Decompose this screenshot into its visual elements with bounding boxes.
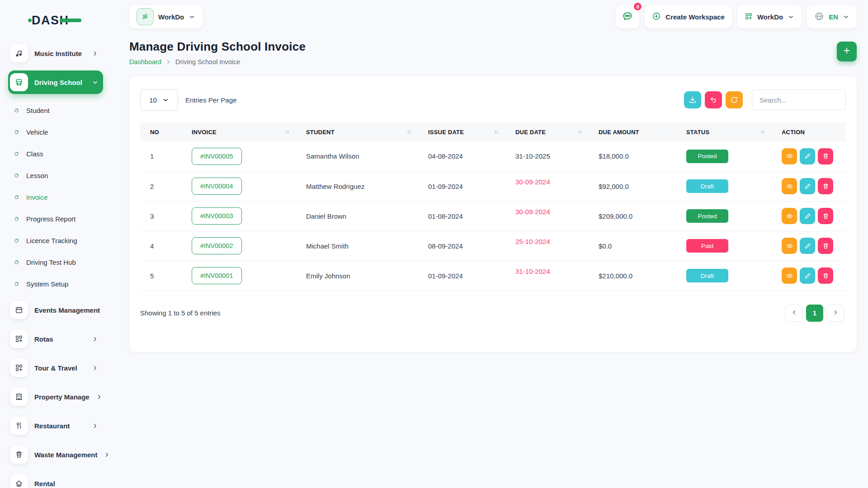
cell-due-amount: $209,000.0: [587, 201, 675, 231]
sidebar-item-driving-school[interactable]: Driving School: [8, 70, 103, 94]
column-header-issue-date[interactable]: ISSUE DATE: [416, 122, 504, 141]
sort-icon: [760, 129, 766, 136]
sidebar-subitem-class[interactable]: Class: [14, 143, 103, 164]
entries-per-page-select[interactable]: 10: [140, 89, 178, 111]
building-icon: [10, 388, 28, 406]
home-icon: [10, 474, 28, 488]
table-toolbar: [684, 89, 846, 110]
sidebar-subitem-progress-report[interactable]: Progress Report: [14, 208, 103, 230]
status-badge: Draft: [686, 269, 728, 282]
create-workspace-button[interactable]: Create Workspace: [645, 5, 732, 28]
sidebar-subitem-invoice[interactable]: Invoice: [14, 186, 103, 208]
sort-icon: [493, 129, 500, 136]
trash-action-button[interactable]: [818, 208, 833, 224]
workspace-selector[interactable]: WorkDo: [129, 5, 203, 28]
chevron-right-icon: [832, 309, 839, 317]
sidebar-item-rental[interactable]: Rental: [8, 472, 103, 488]
workdo-menu-button[interactable]: WorkDo: [737, 5, 802, 28]
refresh-button[interactable]: [726, 91, 743, 108]
status-badge: Paid: [686, 239, 728, 253]
invoice-number-button[interactable]: #INV00004: [192, 178, 242, 195]
chev-r-icon: [92, 365, 99, 371]
cell-student: Samantha Wilson: [294, 141, 416, 171]
cell-due-date: 31-10-2024: [515, 267, 550, 275]
invoice-number-button[interactable]: #INV00002: [192, 237, 242, 254]
pagination-page-1-button[interactable]: 1: [806, 305, 823, 322]
column-header-action: ACTION: [770, 122, 846, 141]
download-button[interactable]: [684, 91, 701, 108]
chevron-right-icon: [92, 365, 99, 371]
sort-icon[interactable]: [760, 129, 766, 136]
sidebar-item-events-management[interactable]: Events Management: [8, 298, 103, 322]
refresh-icon: [730, 96, 738, 104]
pagination: 1: [785, 305, 844, 322]
sidebar-item-tour-travel[interactable]: Tour & Travel: [8, 356, 103, 380]
trash-action-button[interactable]: [818, 178, 833, 194]
invoice-number-button[interactable]: #INV00003: [192, 207, 242, 225]
column-header-invoice[interactable]: INVOICE: [180, 122, 294, 141]
language-selector[interactable]: EN: [807, 5, 857, 28]
sidebar-subitem-system-setup[interactable]: System Setup: [14, 273, 103, 295]
sidebar-subitem-lesson[interactable]: Lesson: [14, 164, 103, 186]
add-invoice-button[interactable]: [837, 42, 857, 61]
column-header-student[interactable]: STUDENT: [294, 122, 416, 141]
sort-icon[interactable]: [493, 129, 500, 136]
chevron-down-icon: [788, 14, 794, 20]
grid-plus-icon: [10, 330, 28, 348]
sidebar-item-rotas[interactable]: Rotas: [8, 327, 103, 351]
pencil-action-button[interactable]: [800, 148, 815, 164]
row-actions: [782, 267, 842, 284]
search-input[interactable]: [752, 89, 846, 110]
eye-icon: [786, 272, 793, 279]
entries-control: 10 Entries Per Page: [140, 89, 236, 111]
topbar: WorkDo 0 Create Workspace WorkDo: [129, 0, 857, 33]
sidebar-subitem-driving-test-hub[interactable]: Driving Test Hub: [14, 251, 103, 273]
sidebar-subitem-vehicle[interactable]: Vehicle: [14, 121, 103, 143]
sort-icon[interactable]: [576, 129, 583, 136]
eye-action-button[interactable]: [782, 238, 797, 254]
undo-button[interactable]: [705, 91, 722, 108]
invoice-number-button[interactable]: #INV00001: [192, 267, 242, 284]
messages-button[interactable]: 0: [616, 5, 639, 28]
column-header-status[interactable]: STATUS: [675, 122, 770, 141]
eye-action-button[interactable]: [782, 208, 797, 224]
pencil-action-button[interactable]: [800, 238, 815, 254]
bullet-icon: [14, 259, 19, 265]
page-head: Manage Driving School Invoice Dashboard …: [129, 40, 857, 66]
trash-action-button[interactable]: [818, 267, 833, 284]
pencil-action-button[interactable]: [800, 178, 815, 194]
sidebar-item-restaurant[interactable]: Restaurant: [8, 414, 103, 437]
column-header-due-date[interactable]: DUE DATE: [504, 122, 587, 141]
chev-r-icon: [92, 422, 99, 429]
trash-action-button[interactable]: [818, 238, 833, 254]
eye-action-button[interactable]: [782, 148, 797, 164]
app-root: DASH Music Institute Driving School Stud…: [0, 0, 868, 488]
row-actions: [782, 178, 842, 194]
sidebar-subitem-licence-tracking[interactable]: Licence Tracking: [14, 230, 103, 251]
pagination-prev-button[interactable]: [785, 305, 802, 322]
chev-r-icon: [92, 336, 99, 343]
brand-logo[interactable]: DASH: [8, 7, 103, 33]
chev-d-icon: [92, 79, 99, 86]
table-row: 4 #INV00002 Michael Smith 08-09-2024 25-…: [140, 231, 846, 261]
globe-icon: [814, 11, 824, 23]
trash-action-button[interactable]: [818, 148, 833, 164]
sidebar-item-property-manage[interactable]: Property Manage: [8, 385, 103, 408]
sort-icon[interactable]: [284, 129, 291, 136]
sidebar-item-music-institute[interactable]: Music Institute: [8, 42, 103, 65]
pencil-action-button[interactable]: [800, 267, 815, 284]
pencil-action-button[interactable]: [800, 208, 815, 224]
eye-action-button[interactable]: [782, 267, 797, 284]
sort-icon[interactable]: [406, 129, 413, 136]
eye-action-button[interactable]: [782, 178, 797, 194]
sidebar-subitem-student[interactable]: Student: [14, 99, 103, 121]
breadcrumb-dashboard-link[interactable]: Dashboard: [129, 58, 161, 66]
plus-icon: [843, 47, 851, 56]
entries-per-page-value: 10: [149, 96, 157, 104]
invoice-number-button[interactable]: #INV00005: [192, 148, 242, 165]
invoice-table-card: 10 Entries Per Page NOINVOICESTUDENTISSU…: [129, 76, 857, 352]
cell-due-amount: $210,000.0: [587, 261, 675, 291]
pagination-next-button[interactable]: [827, 305, 844, 322]
sidebar-item-waste-management[interactable]: Waste Management: [8, 443, 103, 466]
chevron-left-icon: [791, 309, 797, 317]
